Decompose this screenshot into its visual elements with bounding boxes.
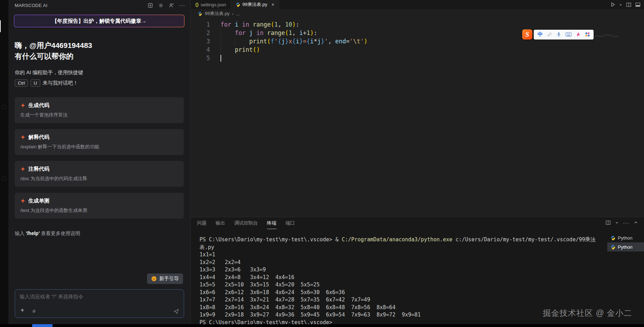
breadcrumb[interactable]: 99乘法表.py › ...: [191, 9, 644, 18]
faint-watermark-scribble: [594, 33, 620, 39]
python-icon: [610, 244, 616, 250]
quick-card-title: 注释代码: [28, 166, 49, 172]
quick-card-title: 解释代码: [28, 134, 49, 141]
code-editor[interactable]: 1for i in range(1, 10):2 for j in range(…: [191, 18, 644, 217]
panel-tabs: 问题输出调试控制台终端端口: [191, 217, 644, 229]
greeting-line2: 有什么可以帮你的: [15, 51, 184, 62]
chevron-right-icon: ›: [232, 11, 233, 16]
panel-tab[interactable]: 输出: [216, 217, 225, 229]
ime-keyboard-icon[interactable]: [566, 32, 572, 37]
helper-text: 你的 AI 编程助手，使用快捷键 Ctrl U 来与我对话吧！: [15, 69, 184, 87]
terminal-line: 1x7=7 2x7=14 3x7=21 4x7=28 5x7=35 6x7=42…: [200, 296, 616, 304]
ime-language-toggle[interactable]: 中: [538, 31, 543, 38]
quick-cards: 生成代码生成一个冒泡排序算法 解释代码/explain 解释一下当前选中函数的功…: [15, 97, 184, 219]
close-tab-icon[interactable]: ×: [271, 2, 274, 7]
helper-line1: 你的 AI 编程助手，使用快捷键: [15, 69, 184, 76]
ime-grid-icon[interactable]: [585, 32, 590, 37]
quick-card-desc: 生成一个冒泡排序算法: [20, 112, 178, 118]
json-icon: {}: [195, 2, 198, 7]
terminal-line: PS C:\Users\Dario\my-test\my-test\.vscod…: [200, 236, 616, 244]
layout-panel-icon[interactable]: [635, 2, 640, 7]
line-number: 4: [191, 45, 210, 54]
panel-tab[interactable]: 端口: [286, 217, 295, 229]
sparkle-icon: [20, 198, 26, 204]
commands-sparkle-icon[interactable]: [20, 308, 25, 314]
split-terminal-icon[interactable]: [606, 220, 611, 225]
terminal-line: 1x3=3 2x3=6 3x3=9: [200, 266, 616, 274]
quick-card[interactable]: 生成代码生成一个冒泡排序算法: [15, 97, 184, 123]
panel-tab[interactable]: 问题: [197, 217, 206, 229]
code-line[interactable]: 4 print(): [191, 45, 644, 54]
run-button[interactable]: [610, 2, 615, 7]
taskbar-strip: [0, 324, 644, 327]
editor-tabbar: {} settings.json 99乘法表.py ×: [191, 0, 644, 9]
extension-icon[interactable]: [2, 105, 6, 109]
more-actions-icon[interactable]: ···: [179, 3, 185, 7]
tab-settings-json[interactable]: {} settings.json: [191, 0, 231, 9]
greeting-line1: 嗨，@用户4469194483: [15, 40, 184, 51]
code-line[interactable]: 5: [191, 54, 644, 62]
ime-pen-icon[interactable]: [547, 32, 552, 37]
quick-card[interactable]: 解释代码/explain 解释一下当前选中函数的功能: [15, 129, 184, 155]
account-icon[interactable]: [169, 3, 174, 8]
ime-skin-icon[interactable]: [576, 32, 581, 37]
settings-gear-icon[interactable]: [158, 3, 163, 8]
terminal-list-item[interactable]: Python: [607, 242, 644, 251]
panel-tab[interactable]: 终端: [267, 217, 276, 229]
quick-card[interactable]: 生成单测/test 为这段选中的函数生成单测: [15, 193, 184, 219]
annual-report-banner[interactable]: 【年度报告】出炉，解锁专属代码徽章→: [14, 15, 184, 27]
terminal-line: 表.py: [200, 244, 616, 251]
ime-toolbar[interactable]: S 中: [522, 29, 594, 40]
help-hint: 输入 '/help' 查看更多使用说明: [15, 230, 184, 237]
run-dropdown-icon[interactable]: [619, 3, 622, 6]
terminal-dropdown-icon[interactable]: [615, 221, 618, 224]
panel-more-icon[interactable]: ···: [623, 221, 629, 225]
split-editor-icon[interactable]: [626, 2, 631, 7]
sogou-logo-icon[interactable]: S: [522, 29, 532, 40]
terminal-line: 1x6=6 2x6=12 3x6=18 4x6=24 5x6=30 6x6=36: [200, 289, 616, 297]
code-line[interactable]: 1for i in range(1, 10):: [191, 20, 644, 29]
terminal-line: 1x1=1: [200, 251, 616, 259]
terminal-line: 1x4=4 2x4=8 3x4=12 4x4=16: [200, 274, 616, 282]
send-icon[interactable]: [173, 308, 179, 314]
panel-maximize-icon[interactable]: [634, 221, 638, 225]
quick-card-title: 生成单测: [28, 198, 49, 204]
line-number: 3: [191, 37, 210, 45]
sidebar-title: MARSCODE AI: [15, 3, 48, 8]
terminal-list-item[interactable]: Python: [607, 233, 644, 242]
chat-input[interactable]: 输入消息或者 "/" 来选择指令 #: [15, 289, 184, 318]
community-watermark: 掘金技术社区 @ 金小二: [543, 308, 632, 319]
breadcrumb-file[interactable]: 99乘法表.py: [205, 10, 230, 17]
chat-input-placeholder: 输入消息或者 "/" 来选择指令: [20, 293, 179, 300]
ime-mic-icon[interactable]: [556, 32, 561, 37]
quick-card-desc: /explain 解释一下当前选中函数的功能: [20, 144, 178, 150]
code-lines: 1for i in range(1, 10):2 for j in range(…: [191, 20, 644, 62]
activity-bar[interactable]: [0, 0, 8, 324]
quick-card[interactable]: 注释代码/doc 为当前选中的代码生成注释: [15, 161, 184, 187]
kbd-u: U: [30, 79, 40, 87]
quick-card-desc: /test 为这段选中的函数生成单测: [20, 207, 178, 214]
terminal-line: PS C:\Users\Dario\my-test\my-test\.vscod…: [200, 319, 616, 325]
greeting: 嗨，@用户4469194483 有什么可以帮你的: [15, 40, 184, 62]
smiley-icon: [151, 276, 157, 282]
new-chat-icon[interactable]: [148, 3, 153, 8]
indent-guide: [235, 37, 235, 45]
helper-line2: 来与我对话吧！: [43, 80, 78, 86]
tab-multiplication-py[interactable]: 99乘法表.py ×: [231, 0, 279, 9]
vscode-window: MARSCODE AI ··· 【年度报告】出炉，解锁专属代码徽章→ 嗨，@用户…: [0, 0, 644, 327]
sparkle-icon: [20, 135, 26, 140]
sidebar-header: MARSCODE AI ···: [8, 0, 190, 10]
onboarding-button[interactable]: 新手引导: [147, 273, 183, 284]
active-view-indicator: [0, 20, 1, 32]
marscode-sidebar: MARSCODE AI ··· 【年度报告】出炉，解锁专属代码徽章→ 嗨，@用户…: [8, 0, 190, 324]
python-icon: [610, 235, 616, 241]
panel-tab[interactable]: 调试控制台: [234, 217, 258, 229]
extension-icon[interactable]: [2, 177, 6, 181]
terminal-list-item-label: Python: [618, 235, 632, 241]
context-hash-icon[interactable]: #: [33, 308, 35, 314]
breadcrumb-more[interactable]: ...: [236, 11, 240, 16]
quick-card-title: 生成代码: [28, 102, 49, 109]
python-icon: [198, 12, 202, 16]
terminal-list-item-label: Python: [618, 244, 632, 250]
text-cursor: [220, 55, 221, 62]
